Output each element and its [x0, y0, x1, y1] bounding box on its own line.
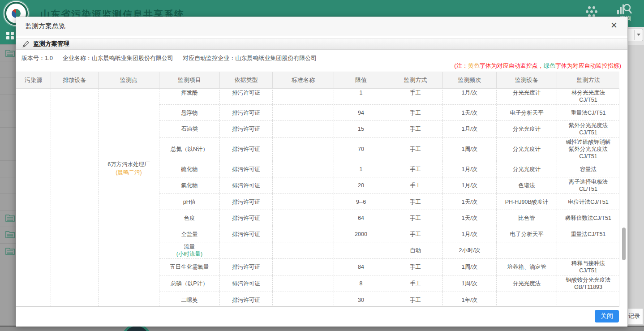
- sidebar-item-active[interactable]: [0, 27, 16, 44]
- cell-mode: 手工: [388, 210, 443, 226]
- cell-standard: [273, 292, 334, 307]
- cell-device: [497, 292, 557, 307]
- column-header: 限值: [334, 72, 388, 88]
- table-row: 总磷（以P计）排污许可证8手工1周/次分光光度法钼酸铵分光光度法 GB/T118…: [159, 275, 619, 292]
- table-row: 氟化物排污许可证20手工1月/次色谱法离子选择电极法 CL/T51: [159, 177, 619, 194]
- table-row: 挥发酚排污许可证1手工1月/次分光光度计蒸馏后4-氨基安替比 林分光光度法 CJ…: [159, 89, 619, 105]
- table-row: 总氮（以N计）排污许可证70手工1周/次分光光度计碱性过硫酸钾消解 紫外分光光度…: [159, 138, 619, 161]
- cell-limit: 30: [334, 292, 388, 307]
- cell-freq: 1月/次: [443, 161, 497, 177]
- close-button[interactable]: 关闭: [595, 310, 619, 322]
- cell-standard: [273, 242, 334, 258]
- cell-mode: 手工: [388, 121, 443, 137]
- folder-icon[interactable]: [5, 214, 15, 222]
- cell-basis: 排污许可证: [220, 275, 273, 292]
- company-name: 山东晨鸣纸业集团股份有限公司: [92, 55, 173, 61]
- column-header: 监测项目: [159, 72, 220, 88]
- cell-freq: 1月/次: [443, 89, 497, 104]
- cell-limit: 9--6: [334, 194, 388, 210]
- cell-method: 重量法CJ/T51: [557, 226, 619, 242]
- cell-basis: 排污许可证: [220, 177, 273, 193]
- cell-freq: 1天/次: [443, 105, 497, 120]
- cell-mode: 手工: [388, 138, 443, 161]
- cell-device: 比色管: [497, 210, 557, 226]
- apps-grid-icon[interactable]: [584, 4, 599, 18]
- vertical-scrollbar-thumb[interactable]: [622, 228, 626, 260]
- table-body: 6万方污水处理厂 (晨鸣二污) 挥发酚排污许可证1手工1月/次分光光度计蒸馏后4…: [16, 89, 619, 307]
- monitor-point-name: 6万方污水处理厂: [99, 160, 159, 168]
- column-header: 监测频次: [443, 72, 497, 88]
- table-row: 悬浮物排污许可证94手工1天/次电子分析天平重量法CJ/T51: [159, 105, 619, 121]
- cell-standard: [273, 161, 334, 177]
- cell-standard: [273, 259, 334, 275]
- cell-method: 紫外分光光度法 CJ/T51: [557, 121, 619, 137]
- cell-mode: 手工: [388, 161, 443, 177]
- cell-limit: 70: [334, 138, 388, 161]
- cell-device: 电子分析天平: [497, 226, 557, 242]
- cell-limit: 15: [334, 121, 388, 137]
- cell-limit: 84: [334, 259, 388, 275]
- cell-standard: [273, 138, 334, 161]
- cell-freq: 1天/次: [443, 194, 497, 210]
- cell-device: 色谱法: [497, 177, 557, 193]
- cell-basis: 排污许可证: [220, 194, 273, 210]
- cell-mode: 手工: [388, 275, 443, 292]
- chevron-down-icon: [637, 34, 640, 36]
- modal-titlebar: 监测方案总览 ✕: [16, 17, 627, 35]
- column-header: 标准名称: [273, 72, 334, 88]
- cell-device: PH-HJ90B酸度计: [497, 194, 557, 210]
- folder-icon[interactable]: [5, 49, 15, 57]
- table-header-row: 污染源排放设备监测点监测项目依据类型标准名称限值监测方式监测频次监测设备监测方法: [16, 72, 619, 89]
- column-header: 排放设备: [51, 72, 99, 88]
- cell-basis: [220, 242, 273, 258]
- cell-basis: 排污许可证: [220, 259, 273, 275]
- cell-freq: 1月/次: [443, 226, 497, 242]
- close-icon[interactable]: ✕: [610, 21, 618, 30]
- cell-standard: [273, 121, 334, 137]
- cell-item: 二噁英: [159, 292, 220, 307]
- monitoring-plan-modal: 监测方案总览 ✕ 监测方案管理 版本号：1.0 企业名称：山东晨鸣纸业集团股份有…: [16, 17, 628, 326]
- cell-method: 钼酸铵分光光度法 GB/T11893: [557, 275, 619, 292]
- cell-item: 全盐量: [159, 226, 220, 242]
- cell-item: 悬浮物: [159, 105, 220, 120]
- plan-info-area: 版本号：1.0 企业名称：山东晨鸣纸业集团股份有限公司 对应自动监控企业：山东晨…: [16, 50, 627, 72]
- cell-standard: [273, 105, 334, 120]
- cell-item: 总氮（以N计）: [159, 138, 220, 161]
- folder-icon[interactable]: [5, 230, 15, 238]
- color-legend-note: (注：黄色字体为对应自动监控点，绿色字体为对应自动监控指标): [454, 62, 621, 70]
- table-row: 色度排污许可证64手工1天/次比色管稀释倍数法CJ/T51: [159, 210, 619, 226]
- cell-standard: [273, 89, 334, 104]
- cell-method: [557, 292, 619, 307]
- cell-monitor-point: 6万方污水处理厂 (晨鸣二污): [99, 89, 159, 306]
- column-header: 监测方式: [388, 72, 443, 88]
- version-value: 1.0: [45, 55, 53, 61]
- cell-freq: 1年/次: [443, 292, 497, 307]
- cell-method: 稀释倍数法CJ/T51: [557, 210, 619, 226]
- cell-basis: 排污许可证: [220, 210, 273, 226]
- cell-standard: [273, 210, 334, 226]
- cell-item: 硫化物: [159, 161, 220, 177]
- cell-mode: 手工: [388, 105, 443, 120]
- cell-freq: 1周/次: [443, 138, 497, 161]
- column-header: 监测点: [99, 72, 159, 88]
- cell-standard: [273, 226, 334, 242]
- cell-item: 氟化物: [159, 177, 220, 193]
- cell-freq: 1月/次: [443, 121, 497, 137]
- cell-freq: 1月/次: [443, 177, 497, 193]
- cell-item: 挥发酚: [159, 89, 220, 104]
- cell-method: [557, 242, 619, 258]
- cell-limit: 1: [334, 89, 388, 104]
- cell-method: 稀释与接种法 CJ/T51: [557, 259, 619, 275]
- cell-freq: 1周/次: [443, 259, 497, 275]
- cell-device: 分光光度计: [497, 161, 557, 177]
- cell-standard: [273, 177, 334, 193]
- table-rows: 挥发酚排污许可证1手工1月/次分光光度计蒸馏后4-氨基安替比 林分光光度法 CJ…: [159, 89, 619, 306]
- cell-device: 分光光度计: [497, 121, 557, 137]
- table-row: 五日生化需氧量排污许可证84手工1周/次培养箱、滴定管稀释与接种法 CJ/T51: [159, 259, 619, 275]
- table-row: 二噁英排污许可证30手工1年/次: [159, 292, 619, 307]
- cell-limit: 20: [334, 177, 388, 193]
- cell-method: 离子选择电极法 CL/T51: [557, 177, 619, 193]
- cell-limit: 1: [334, 161, 388, 177]
- folder-icon[interactable]: [5, 247, 15, 255]
- cell-limit: 8: [334, 275, 388, 292]
